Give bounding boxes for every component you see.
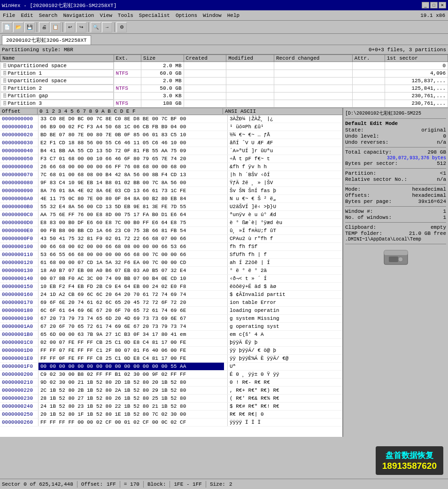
hex-row[interactable]: 0000000070 7C 68 01 00 68 08 00 B4 42 8A…	[0, 171, 342, 179]
hex-ascii[interactable]: &fh f ÿv h h	[228, 163, 342, 171]
maximize-button[interactable]: □	[430, 2, 438, 8]
hex-row[interactable]: 0000000120 61 68 00 00 07 CD 1A 5A 32 F6…	[0, 259, 342, 267]
hex-ascii[interactable]: fh fh fSf	[228, 243, 342, 250]
hex-row[interactable]: 0000000010 06 B9 00 02 FC F3 A4 50 68 1C…	[0, 123, 342, 131]
hex-ascii[interactable]: g operating syst	[228, 323, 342, 330]
hex-ascii[interactable]: ŸƒÄ žë ¸ » |ŠV	[228, 179, 342, 186]
hex-row[interactable]: 00000001F0 00 00 00 00 00 00 00 00 00 00…	[0, 363, 342, 371]
hex-bytes[interactable]: 02 00 07 FE FF FF CB 25 C1 0D E8 C4 81 1…	[39, 339, 224, 346]
hex-bytes[interactable]: 55 32 E4 8A 56 00 CD 13 5D EB 9E 81 3E F…	[39, 203, 224, 210]
menu-window[interactable]: Window	[200, 12, 224, 19]
main-tab[interactable]: 20200102七彩虹320G-SM2258XT	[2, 35, 91, 45]
hex-ascii[interactable]: SfUfh fh | f	[228, 251, 342, 258]
minimize-button[interactable]: _	[422, 2, 429, 8]
hex-ascii[interactable]: N u €~ € Š ² ë„	[228, 195, 342, 202]
print-button[interactable]: 🖨	[39, 22, 49, 32]
hex-bytes[interactable]: 33 C0 8E D0 BC 00 7C 8E C0 8E D8 BE 00 7…	[39, 115, 224, 123]
hex-bytes[interactable]: 24 1D A2 CB 69 6C 6C 20 64 20 70 61 72 7…	[39, 291, 224, 298]
redo-button[interactable]: ↪	[76, 22, 86, 32]
hex-bytes[interactable]: 00 66 68 00 02 00 00 66 68 08 00 00 00 6…	[39, 243, 224, 250]
menu-specialist[interactable]: Specialist	[136, 12, 173, 19]
hex-row[interactable]: 00000001C0 02 00 07 FE FF FF CB 25 C1 0D…	[0, 339, 342, 347]
hex-row[interactable]: 0000000130 18 A0 B7 07 EB 08 A0 B6 07 EB…	[0, 267, 342, 275]
hex-row[interactable]: 0000000230 28 1B 52 80 27 1B 52 80 26 1B…	[0, 395, 342, 403]
hex-bytes[interactable]: F3 C7 01 68 00 00 10 66 46 6F 80 79 65 7…	[39, 155, 224, 163]
hex-ascii[interactable]: ion table Error	[228, 299, 342, 306]
hex-row[interactable]: 0000000160 24 1D A2 CB 69 6C 6C 20 64 20…	[0, 291, 342, 299]
hex-bytes[interactable]: 9D 02 30 00 21 1B 52 80 2D 1B 52 80 20 1…	[39, 379, 224, 386]
hex-bytes[interactable]: E2 F1 CD 18 88 56 00 55 C6 46 11 05 C6 4…	[39, 139, 224, 147]
hex-bytes[interactable]: 20 1B 52 80 1F 1B 52 80 1E 1B 52 80 7C 0…	[39, 411, 224, 418]
menu-options[interactable]: Options	[173, 12, 200, 19]
hex-ascii[interactable]: $ R€# R€" R€! R€	[228, 403, 342, 410]
hex-row[interactable]: 0000000080 9F 83 C4 10 9E EB 14 B8 01 02…	[0, 179, 342, 187]
hex-bytes[interactable]: 65 6D 00 00 63 7B 9A 27 1C B3 0F 34 17 8…	[39, 331, 224, 338]
hex-bytes[interactable]: 53 66 55 66 68 00 00 00 00 66 68 00 7C 0…	[39, 251, 224, 258]
hex-row[interactable]: 0000000040 B4 41 BB AA 55 CD 13 5D 72 0F…	[0, 147, 342, 155]
open-button[interactable]: 📂	[13, 22, 23, 32]
hex-bytes[interactable]: 24 1B 52 80 23 1B 52 80 22 1B 52 80 21 1…	[39, 403, 224, 410]
hex-ascii[interactable]: Uª	[228, 363, 342, 370]
save-button[interactable]: 💾	[24, 22, 35, 32]
hex-ascii[interactable]: R€ R€ R€| 0	[228, 411, 342, 418]
hex-row[interactable]: 0000000260 FF FF FF FF 00 00 02 CF 00 01…	[0, 419, 342, 427]
menu-help[interactable]: Help	[224, 12, 242, 19]
hex-bytes[interactable]: 00 FB B8 00 BB CD 1A 66 23 C0 75 3B 66 8…	[39, 227, 224, 234]
close-button[interactable]: ✕	[439, 2, 446, 8]
hex-bytes[interactable]: B4 41 BB AA 55 CD 13 5D 72 0F 81 FB 55 A…	[39, 147, 224, 155]
hex-row[interactable]: 0000000250 20 1B 52 80 1F 1B 52 80 1E 1B…	[0, 411, 342, 419]
hex-ascii[interactable]: ´A»ªUÍ ]r ûUªu	[228, 147, 342, 155]
hex-row[interactable]: 00000001D0 FF FF 07 FE FF FF C1 2F 80 07…	[0, 347, 342, 355]
hex-bytes[interactable]: 00 07 8B F0 AC 3C 00 74 09 BB 07 00 B4 0…	[39, 275, 224, 282]
hex-row[interactable]: 0000000180 6C 6F 61 64 69 6E 67 20 6F 70…	[0, 307, 342, 315]
hex-ascii[interactable]: U2äŠVÍ ]ë‹ >þ}U	[228, 203, 342, 210]
menu-search[interactable]: Search	[36, 12, 61, 19]
hex-ascii[interactable]: ( R€' R€& R€% R€	[228, 395, 342, 402]
hex-row[interactable]: 0000000140 00 07 8B F0 AC 3C 00 74 09 BB…	[0, 275, 342, 283]
hex-row[interactable]: 00000000C0 AA 75 6E FF 76 00 E8 8D 00 75…	[0, 211, 342, 219]
hex-bytes[interactable]: 67 20 6F 70 65 72 61 74 69 6E 67 20 73 7…	[39, 323, 224, 330]
hex-row[interactable]: 0000000020 BD BE 07 80 7E 00 80 7E 0B 0F…	[0, 131, 342, 139]
hex-bytes[interactable]: 10 EB F2 F4 EB FD 2B C9 E4 64 EB 00 24 0…	[39, 283, 224, 290]
hex-bytes[interactable]: E8 83 00 B0 DF E6 60 E8 7C 00 B0 FF E6 6…	[39, 219, 224, 226]
hex-ascii[interactable]: g system Missing	[228, 315, 342, 322]
hex-ascii[interactable]: |h h ´BŠV ‹ôÍ	[228, 171, 342, 179]
hex-row[interactable]: 00000000B0 55 32 E4 8A 56 00 CD 13 5D EB…	[0, 203, 342, 211]
hex-bytes[interactable]: C9 02 30 00 B8 02 FF FF B1 02 30 00 9F 0…	[39, 371, 224, 378]
hex-rows-container[interactable]: 0000000000 33 C0 8E D0 BC 00 7C 8E C0 8E…	[0, 115, 342, 437]
hex-bytes[interactable]: 67 20 73 79 73 74 65 6D 20 4D 69 73 73 6…	[39, 315, 224, 322]
hex-ascii[interactable]: É 0 ¸ ÿÿ± 0 Ÿ ÿÿ	[228, 371, 342, 378]
hex-row[interactable]: 0000000200 C9 02 30 00 B8 02 FF FF B1 02…	[0, 371, 342, 379]
hex-ascii[interactable]: ‹ð¬< t » ´ Í	[228, 275, 342, 282]
partition-row-1[interactable]: 🗄 Partition 1 NTFS 60.0 GB 4,096	[0, 70, 448, 77]
hex-ascii[interactable]: 0 ! R€- R€ R€	[228, 379, 342, 386]
hex-row[interactable]: 0000000190 67 20 73 79 73 74 65 6D 20 4D…	[0, 315, 342, 323]
partition-row-2[interactable]: 🗄 Unpartitioned space 2.0 MB 125,837,...	[0, 77, 448, 85]
partition-row-3[interactable]: 🗄 Partition 2 NTFS 50.0 GB 125,841,...	[0, 85, 448, 92]
hex-row[interactable]: 0000000060 26 66 68 00 00 00 00 66 FF 76…	[0, 163, 342, 171]
hex-ascii[interactable]: 3ÀŽÐ¼ |ŽÀŽ¸ |¿	[228, 115, 342, 123]
hex-ascii[interactable]: loading operatin	[228, 307, 342, 314]
hex-bytes[interactable]: 18 A0 B7 07 EB 08 A0 B6 07 EB 03 A0 B5 0…	[39, 267, 224, 274]
hex-row[interactable]: 00000000A0 4E 11 75 0C 80 7E 00 80 0F 84…	[0, 195, 342, 203]
hex-ascii[interactable]: ÿÿÿÿ Ï Ï Ï	[228, 419, 342, 426]
hex-bytes[interactable]: 28 1B 52 80 27 1B 52 80 26 1B 52 80 25 1…	[39, 395, 224, 402]
hex-row[interactable]: 0000000050 F3 C7 01 68 00 00 10 66 46 6F…	[0, 155, 342, 163]
hex-row[interactable]: 0000000240 24 1B 52 80 23 1B 52 80 22 1B…	[0, 403, 342, 411]
hex-row[interactable]: 0000000090 8A 76 01 8A 4E 02 8A 6E 03 CD…	[0, 187, 342, 195]
hex-bytes[interactable]: BD BE 07 80 7E 00 80 7E 0B 0F 85 06 01 8…	[39, 131, 224, 139]
hex-row[interactable]: 0000000150 10 EB F2 F4 EB FD 2B C9 E4 64…	[0, 283, 342, 291]
hex-row[interactable]: 0000000110 53 66 55 66 68 00 00 00 00 66…	[0, 251, 342, 259]
hex-bytes[interactable]: 7C 68 01 00 68 08 00 B4 42 8A 56 00 8B F…	[39, 171, 224, 179]
hex-ascii[interactable]: em c{š' 4 A	[228, 331, 342, 338]
hex-bytes[interactable]: 00 00 00 00 00 00 00 00 00 00 00 00 00 0…	[39, 363, 224, 370]
hex-bytes[interactable]: FF FF 0F FE FF FF C8 25 C1 0D E8 C4 81 1…	[39, 355, 224, 362]
hex-bytes[interactable]: FF FF 07 FE FF FF C1 2F 80 07 01 F6 40 0…	[39, 347, 224, 354]
hex-bytes[interactable]: 9F 83 C4 10 9E EB 14 B8 01 02 BB 00 7C 8…	[39, 179, 224, 186]
hex-ascii[interactable]: $ ¢ÂInvalid partit	[228, 291, 342, 298]
partition-row-5[interactable]: 🗄 Partition 3 NTFS 188 GB 230,761,...	[0, 100, 448, 107]
hex-bytes[interactable]: 61 68 00 00 07 CD 1A 5A 32 F6 EA 00 7C 0…	[39, 259, 224, 266]
hex-ascii[interactable]: û¸ »Í f#ÀU;f ûT	[228, 227, 342, 234]
hex-ascii[interactable]: ° ë ° ë ° 2ä	[228, 267, 342, 274]
hex-ascii[interactable]: ÷Å t pF f€~ t	[228, 155, 342, 163]
